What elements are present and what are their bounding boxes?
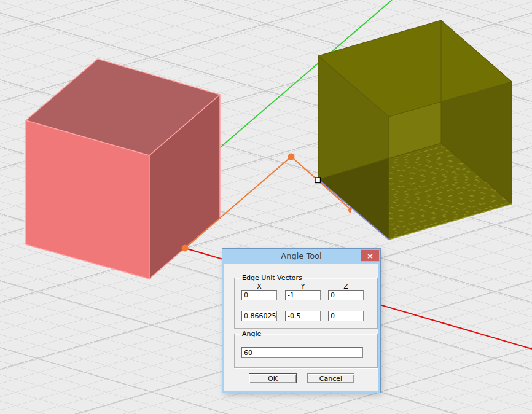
vector1-x-field[interactable]	[241, 290, 277, 300]
edge-unit-vectors-label: Edge Unit Vectors	[240, 274, 304, 282]
vector1-z-field[interactable]	[328, 290, 364, 300]
vector2-y-field[interactable]	[285, 311, 321, 321]
edge-select-handle[interactable]	[315, 178, 321, 183]
close-button[interactable]: ×	[361, 249, 380, 262]
cancel-button[interactable]: Cancel	[307, 373, 354, 383]
3d-viewport[interactable]: Angle Tool × Edge Unit Vectors X Y Z Ang…	[0, 0, 532, 414]
close-icon: ×	[367, 251, 374, 260]
edge-unit-vectors-group: Edge Unit Vectors X Y Z	[234, 278, 378, 329]
angle-tool-dialog: Angle Tool × Edge Unit Vectors X Y Z Ang…	[222, 249, 380, 393]
ok-button[interactable]: OK	[249, 373, 297, 383]
angle-endpoint-dot-1[interactable]	[182, 245, 189, 252]
dialog-body: Edge Unit Vectors X Y Z Angle OK Cancel	[224, 264, 378, 391]
angle-group: Angle	[234, 334, 378, 368]
angle-label: Angle	[240, 330, 263, 338]
vector1-y-field[interactable]	[285, 290, 321, 300]
vector2-z-field[interactable]	[328, 311, 364, 321]
angle-vertex-dot[interactable]	[288, 154, 295, 160]
angle-value-field[interactable]	[241, 347, 363, 358]
vector2-x-field[interactable]	[241, 311, 277, 321]
pink-cube[interactable]	[26, 59, 220, 279]
dialog-title[interactable]: Angle Tool	[222, 249, 380, 264]
